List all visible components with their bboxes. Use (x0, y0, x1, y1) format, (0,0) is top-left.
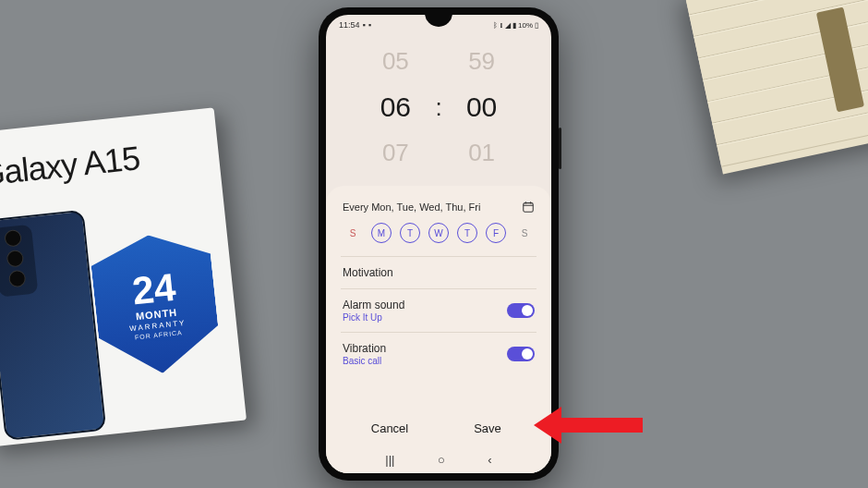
alarm-sound-label: Alarm sound (343, 299, 404, 311)
battery-text: 10% (518, 21, 533, 30)
phone-device: 11:54 ▪ ▪ ᛒ ⫾ ◢ ▮ 10% ▯ 05 06 07 : 59 (319, 7, 559, 481)
minute-column[interactable]: 59 00 01 (455, 47, 509, 167)
camera-lens (6, 250, 24, 268)
back-icon[interactable]: ‹ (488, 453, 491, 467)
time-separator: : (435, 93, 441, 122)
nav-bar: ||| ○ ‹ (341, 448, 536, 473)
camera-lens (4, 229, 22, 248)
bluetooth-icon: ᛒ (493, 21, 498, 30)
alarm-sound-row[interactable]: Alarm sound Pick It Up (341, 289, 536, 333)
recents-icon[interactable]: ||| (385, 453, 394, 467)
vibration-label: Vibration (343, 342, 386, 355)
camera-lens (8, 270, 27, 288)
hour-prev: 05 (382, 47, 409, 76)
minute-prev: 59 (468, 47, 495, 76)
product-box: Galaxy A15 24 MONTH WARRANTY FOR AFRICA (0, 107, 247, 446)
calendar-icon[interactable] (522, 201, 535, 214)
phone-side-button (559, 128, 561, 169)
day-sat[interactable]: S (514, 223, 535, 243)
warranty-badge: 24 MONTH WARRANTY FOR AFRICA (89, 229, 223, 380)
notification-icon: ▪ (363, 20, 366, 30)
schedule-row[interactable]: Every Mon, Tue, Wed, Thu, Fri (341, 199, 536, 223)
warranty-number: 24 (130, 268, 177, 311)
day-mon[interactable]: M (371, 223, 392, 243)
signal-icon: ▮ (512, 21, 516, 30)
minute-next: 01 (468, 139, 495, 167)
day-thu[interactable]: T (457, 223, 477, 243)
days-row: S M T W T F S (341, 223, 536, 257)
hour-column[interactable]: 05 06 07 (368, 47, 422, 167)
home-icon[interactable]: ○ (438, 453, 445, 467)
vibration-toggle[interactable] (507, 347, 535, 361)
wifi-icon: ◢ (505, 21, 511, 30)
product-name: Galaxy A15 (0, 132, 202, 194)
save-button[interactable]: Save (439, 414, 536, 443)
alarm-sound-value: Pick It Up (343, 312, 404, 323)
minute-value: 00 (466, 92, 497, 123)
vibration-value: Basic call (343, 356, 386, 366)
day-sun[interactable]: S (343, 223, 363, 243)
alarm-settings-sheet: Every Mon, Tue, Wed, Thu, Fri S M T W T … (326, 186, 551, 473)
alarm-name-row[interactable]: Motivation (341, 257, 536, 289)
time-picker[interactable]: 05 06 07 : 59 00 01 (326, 33, 551, 181)
day-fri[interactable]: F (486, 223, 506, 243)
phone-screen: 11:54 ▪ ▪ ᛒ ⫾ ◢ ▮ 10% ▯ 05 06 07 : 59 (326, 15, 551, 473)
product-phone-image (0, 210, 106, 441)
alarm-sound-toggle[interactable] (507, 303, 535, 318)
notification-icon: ▪ (368, 20, 371, 30)
day-tue[interactable]: T (400, 223, 420, 243)
alarm-name: Motivation (343, 266, 393, 279)
hour-value: 06 (380, 92, 411, 123)
status-time: 11:54 (339, 20, 360, 30)
cancel-button[interactable]: Cancel (341, 414, 439, 443)
day-wed[interactable]: W (428, 223, 449, 243)
battery-icon: ▯ (535, 21, 538, 30)
hour-next: 07 (382, 139, 409, 167)
vibration-row[interactable]: Vibration Basic call (341, 333, 536, 375)
svg-rect-0 (524, 203, 534, 213)
vibrate-icon: ⫾ (500, 21, 503, 30)
schedule-summary: Every Mon, Tue, Wed, Thu, Fri (343, 201, 480, 213)
action-bar: Cancel Save (341, 407, 536, 448)
camera-module (0, 225, 38, 298)
wooden-block-prop (684, 0, 868, 175)
